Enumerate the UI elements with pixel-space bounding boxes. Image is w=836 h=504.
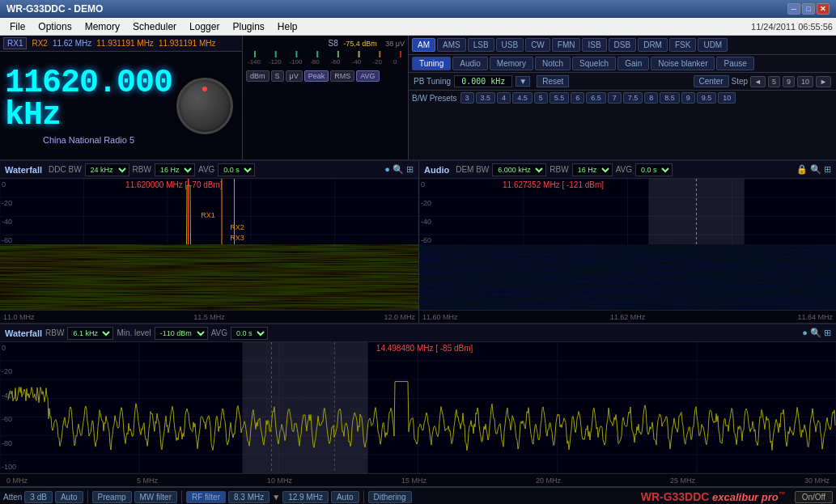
preset-4[interactable]: 4 bbox=[497, 92, 511, 104]
rms-button[interactable]: RMS bbox=[330, 70, 354, 82]
rbw-select-right[interactable]: 16 Hz bbox=[572, 163, 613, 176]
menu-help[interactable]: Help bbox=[271, 19, 304, 34]
bottom-min-label: Min. level bbox=[117, 328, 151, 337]
spectrum-right-canvas bbox=[419, 179, 836, 310]
maximize-button[interactable]: □ bbox=[802, 3, 815, 15]
preset-3-5[interactable]: 3.5 bbox=[476, 92, 496, 104]
pb-tuning-down[interactable]: ▼ bbox=[516, 76, 530, 87]
bottom-min-select[interactable]: -110 dBm bbox=[155, 327, 208, 340]
dem-bw-select[interactable]: 6.000 kHz bbox=[492, 163, 546, 176]
preset-4-5[interactable]: 4.5 bbox=[512, 92, 533, 104]
menu-options[interactable]: Options bbox=[32, 19, 78, 34]
preset-10[interactable]: 10 bbox=[718, 92, 736, 104]
mw-filter-btn[interactable]: MW filter bbox=[134, 491, 177, 503]
tab-gain[interactable]: Gain bbox=[617, 57, 649, 70]
avg-select-left[interactable]: 0.0 s bbox=[218, 163, 255, 176]
preset-7-5[interactable]: 7.5 bbox=[623, 92, 643, 104]
auto-atten-btn[interactable]: Auto bbox=[55, 491, 83, 503]
reset-button[interactable]: Reset bbox=[537, 75, 569, 87]
uv-button[interactable]: μV bbox=[286, 70, 303, 82]
auto-rf-btn[interactable]: Auto bbox=[331, 491, 359, 503]
x-label-10: 10 MHz bbox=[267, 476, 292, 485]
rbw-label-left: RBW bbox=[133, 165, 151, 174]
tab-noise-blanker[interactable]: Noise blanker bbox=[651, 57, 715, 70]
mode-udm[interactable]: UDM bbox=[698, 38, 728, 52]
lock-icon[interactable]: 🔒 bbox=[796, 164, 808, 175]
mode-lsb[interactable]: LSB bbox=[468, 38, 494, 52]
menu-bar: File Options Memory Scheduler Logger Plu… bbox=[0, 18, 836, 36]
zoom-in-right-icon[interactable]: 🔍 bbox=[810, 164, 821, 175]
preset-5[interactable]: 5 bbox=[534, 92, 548, 104]
mode-fmn[interactable]: FMN bbox=[552, 38, 581, 52]
mode-ams[interactable]: AMS bbox=[437, 38, 466, 52]
menu-plugins[interactable]: Plugins bbox=[226, 19, 270, 34]
mode-fsk[interactable]: FSK bbox=[669, 38, 696, 52]
expand-right-icon[interactable]: ⊞ bbox=[824, 164, 831, 175]
center-button[interactable]: Center bbox=[694, 75, 729, 87]
peak-button[interactable]: Peak bbox=[304, 70, 329, 82]
tab-squelch[interactable]: Squelch bbox=[572, 57, 616, 70]
mode-am[interactable]: AM bbox=[412, 38, 435, 52]
rf-filter-btn[interactable]: RF filter bbox=[186, 491, 226, 503]
preset-7[interactable]: 7 bbox=[608, 92, 622, 104]
tab-pause[interactable]: Pause bbox=[716, 57, 753, 70]
ddc-bw-select[interactable]: 24 kHz bbox=[85, 163, 129, 176]
menu-logger[interactable]: Logger bbox=[183, 19, 226, 34]
avg-button[interactable]: AVG bbox=[356, 70, 379, 82]
mode-dsb[interactable]: DSB bbox=[609, 38, 637, 52]
bottom-rec-icon[interactable]: ● bbox=[802, 328, 808, 338]
avg-select-right[interactable]: 0.0 s bbox=[635, 163, 673, 176]
menu-file[interactable]: File bbox=[3, 19, 32, 34]
bottom-zoom-icon[interactable]: 🔍 bbox=[810, 328, 821, 338]
rf-value-btn[interactable]: 8.3 MHz bbox=[228, 491, 269, 503]
trademark: ™ bbox=[779, 490, 786, 498]
preset-8-5[interactable]: 8.5 bbox=[660, 92, 680, 104]
preset-8[interactable]: 8 bbox=[644, 92, 658, 104]
onoff-btn[interactable]: On/Off bbox=[795, 491, 833, 503]
mode-isb[interactable]: ISB bbox=[582, 38, 606, 52]
atten-value-btn[interactable]: 3 dB bbox=[24, 491, 53, 503]
tab-memory[interactable]: Memory bbox=[490, 57, 533, 70]
rec-icon[interactable]: ● bbox=[384, 164, 390, 175]
x-label-11-60: 11.60 MHz bbox=[422, 313, 458, 321]
step-10[interactable]: 10 bbox=[797, 76, 813, 87]
bottom-avg-select[interactable]: 0.0 s bbox=[231, 327, 268, 340]
preset-3[interactable]: 3 bbox=[460, 92, 474, 104]
menu-scheduler[interactable]: Scheduler bbox=[126, 19, 183, 34]
preset-9-5[interactable]: 9.5 bbox=[697, 92, 717, 104]
tab-tuning[interactable]: Tuning bbox=[412, 57, 451, 70]
preset-5-5[interactable]: 5.5 bbox=[550, 92, 570, 104]
minimize-button[interactable]: ─ bbox=[787, 3, 800, 15]
expand-icon[interactable]: ⊞ bbox=[406, 164, 414, 175]
close-button[interactable]: ✕ bbox=[817, 3, 830, 15]
preset-6[interactable]: 6 bbox=[571, 92, 584, 104]
step-right[interactable]: ► bbox=[816, 76, 831, 87]
mode-cw[interactable]: CW bbox=[525, 38, 550, 52]
mode-drm[interactable]: DRM bbox=[638, 38, 668, 52]
tab-audio[interactable]: Audio bbox=[452, 57, 488, 70]
preamp-btn[interactable]: Preamp bbox=[92, 491, 132, 503]
pb-tuning-value[interactable]: 0.000 kHz bbox=[454, 75, 512, 87]
step-4[interactable]: ◄ bbox=[750, 76, 766, 87]
menu-memory[interactable]: Memory bbox=[79, 19, 126, 34]
preset-6-5[interactable]: 6.5 bbox=[586, 92, 606, 104]
bottom-expand-icon[interactable]: ⊞ bbox=[824, 328, 831, 338]
rf-value2-btn[interactable]: 12.9 MHz bbox=[282, 491, 329, 503]
sep1 bbox=[87, 490, 88, 503]
bottom-rbw-select[interactable]: 6.1 kHz bbox=[67, 327, 113, 340]
zoom-in-icon[interactable]: 🔍 bbox=[393, 164, 404, 175]
preset-9[interactable]: 9 bbox=[681, 92, 695, 104]
dbm-button[interactable]: dBm bbox=[246, 70, 269, 82]
dithering-btn[interactable]: Dithering bbox=[368, 491, 412, 503]
rbw-select-left[interactable]: 16 Hz bbox=[155, 163, 195, 176]
tuning-knob[interactable] bbox=[176, 78, 233, 134]
step-5[interactable]: 5 bbox=[768, 76, 780, 87]
spectrum-bottom-canvas bbox=[0, 342, 836, 473]
step-9[interactable]: 9 bbox=[783, 76, 795, 87]
s-button[interactable]: S bbox=[271, 70, 284, 82]
tab-notch[interactable]: Notch bbox=[535, 57, 571, 70]
mode-usb[interactable]: USB bbox=[496, 38, 524, 52]
x-label-5: 5 MHz bbox=[137, 476, 158, 485]
main-frequency[interactable]: 11620.000 kHz bbox=[5, 67, 172, 132]
pb-tuning-row: PB Tuning 0.000 kHz ▼ Reset Center Step … bbox=[409, 73, 836, 91]
